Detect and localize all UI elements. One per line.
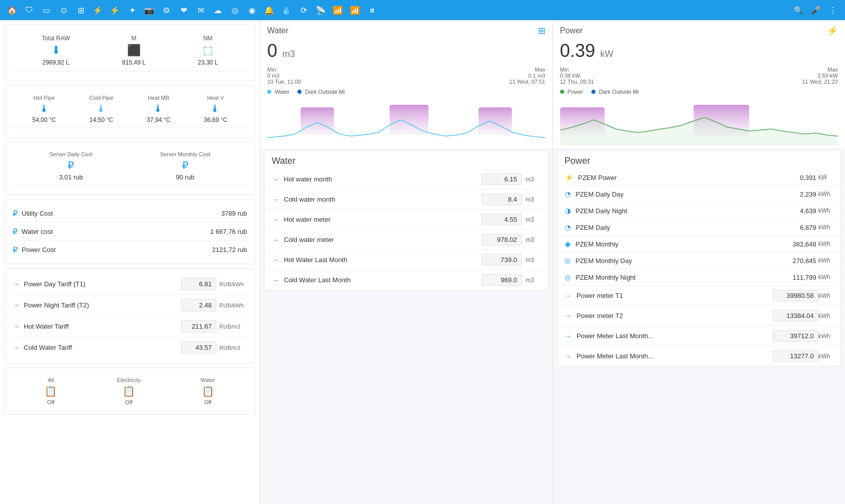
menu-icon[interactable]: ⋮ [826, 3, 840, 17]
camera-icon[interactable]: 📷 [142, 3, 156, 17]
mail-icon[interactable]: ✉ [194, 3, 208, 17]
pzem-monthly-eye-icon: ◉ [565, 240, 571, 248]
gear-icon[interactable]: ⚙ [159, 3, 173, 17]
power-cost-row: ₽ Power Cost 2121,72 rub [11, 241, 249, 259]
water-min-label: Min [267, 67, 276, 73]
water-max-value: 0.1 m3 [528, 73, 546, 79]
power-chart-legend: Power Dark Outside Mi [553, 88, 846, 98]
hot-pipe-value: 54,00 °C [32, 116, 56, 123]
shield-icon[interactable]: 🛡 [22, 3, 36, 17]
power-panel-title: Power [560, 26, 583, 35]
power-chart-area: Power ⚡ 0.39 kW Min 0.38 kW 12 Thu, 09:3… [553, 20, 846, 148]
utility-cost-label: Utility Cost [22, 210, 221, 217]
power-night-tariff-unit: RUB/kWh [219, 302, 247, 308]
cold-water-meter-arrow-icon: → [272, 236, 279, 244]
home-icon[interactable]: 🏠 [5, 3, 19, 17]
hot-water-arrow-icon: → [13, 323, 20, 331]
pzem-daily-day-unit: kWh [818, 191, 833, 198]
water-legend-dark: Dark Outside Mi [297, 89, 345, 95]
signal-icon[interactable]: 📶 [331, 3, 345, 17]
water-max-time: 11 Wed, 07:51 [509, 79, 545, 85]
grid-icon[interactable]: ⊞ [74, 3, 88, 17]
heat-mb-value: 37,94 °C [147, 116, 170, 123]
water-cost-value: 1 667,76 rub [210, 228, 247, 235]
power-meter-last-2-unit: kWh [818, 353, 833, 360]
map-icon[interactable]: ✦ [125, 3, 139, 17]
power-metrics-section: Power ⚡ PZEM Power 0,391 kW ◔ PZEM Daily… [557, 150, 841, 366]
cold-water-last-month-unit: m3 [526, 277, 541, 284]
cloud-icon[interactable]: ☁ [211, 3, 225, 17]
power-day-tariff-row: → Power Day Tariff (T1) 6.81 RUB/kWh [11, 274, 249, 295]
power-dot-icon [560, 90, 564, 94]
bolt-icon[interactable]: ⚡ [108, 3, 122, 17]
power-meter-t2-value: 13384.04 [773, 310, 818, 322]
water-switch-item: Water 📋 Off [201, 377, 215, 405]
server-monthly-label: Server Monthly Cost [160, 151, 210, 157]
power-meter-last-1-label: Power Meter Last Month... [577, 332, 773, 340]
hot-water-tariff-unit: RUB/m3 [219, 324, 247, 330]
water-switch-icon[interactable]: 📋 [201, 385, 215, 397]
power-day-tariff-label: Power Day Tariff (T1) [24, 280, 181, 288]
window-icon[interactable]: ▭ [39, 3, 53, 17]
hot-water-month-arrow-icon: → [272, 175, 279, 183]
hot-water-month-label: Hot water month [284, 175, 481, 183]
all-switch-icon[interactable]: 📋 [44, 385, 57, 397]
radio-icon[interactable]: ◎ [228, 3, 242, 17]
total-raw-label: Total RAW [42, 35, 70, 42]
electricity-switch-label: Electricity [117, 377, 141, 383]
power-meter-t1-arrow-icon: → [565, 292, 572, 300]
circle-icon[interactable]: ⊙ [56, 3, 71, 17]
m-icon: ⬛ [122, 44, 146, 57]
water-chart-area: Water ⊞ 0 m3 Min 0 m3 10 Tue, 11:00 Max … [260, 20, 553, 148]
water-chart [267, 100, 546, 145]
water-max-block: Max 0.1 m3 11 Wed, 07:51 [509, 67, 545, 85]
hot-water-last-month-arrow-icon: → [272, 256, 279, 264]
wifi-icon[interactable]: ◉ [245, 3, 259, 17]
cold-water-tariff-value: 43.57 [181, 341, 216, 354]
alpha-icon[interactable]: α [365, 3, 379, 17]
pzem-daily-value: 6,879 [800, 224, 816, 231]
server-daily-cost-item: Server Daily Cost ₽ 3,01 rub [49, 151, 93, 181]
mic-icon[interactable]: 🎤 [809, 3, 823, 17]
signal2-icon[interactable]: 📶 [348, 3, 362, 17]
heart-icon[interactable]: ❤ [176, 3, 191, 17]
drop-icon[interactable]: 💧 [279, 3, 293, 17]
hot-water-meter-unit: m3 [526, 216, 541, 223]
refresh-icon[interactable]: ⟳ [296, 3, 311, 17]
cold-water-tariff-unit: RUB/m3 [219, 345, 247, 351]
bell-icon[interactable]: 🔔 [262, 3, 276, 17]
pzem-monthly-night-icon: ◎ [565, 273, 571, 281]
pzem-power-bolt-icon: ⚡ [565, 173, 573, 181]
water-panel-grid-icon[interactable]: ⊞ [538, 25, 546, 36]
filter-icon[interactable]: ⚡ [91, 3, 105, 17]
hot-water-meter-value: 4.55 [481, 214, 522, 225]
power-night-tariff-value: 2.48 [181, 299, 216, 311]
dark-outside-dot-icon [297, 90, 301, 94]
total-raw-item: Total RAW ⬇ 2969,92 L [42, 35, 70, 66]
raw-section: Total RAW ⬇ 2969,92 L M ⬛ 815,49 L NM ⬚ … [4, 24, 256, 81]
power-meter-last-1-unit: kWh [818, 333, 833, 340]
pzem-monthly-day-value: 270,845 [793, 257, 816, 265]
search-icon[interactable]: 🔍 [792, 3, 806, 17]
power-unit: kW [600, 49, 614, 59]
water-min-block: Min 0 m3 10 Tue, 11:00 [267, 67, 301, 85]
pzem-power-value: 0,391 [800, 174, 816, 181]
power-bolt-icon[interactable]: ⚡ [827, 25, 838, 36]
cold-water-tariff-label: Cold Water Tariff [24, 344, 181, 351]
antenna-icon[interactable]: 📡 [314, 3, 328, 17]
heat-mb-item: Heat MB 🌡 37,94 °C [147, 95, 170, 123]
electricity-switch-icon[interactable]: 📋 [117, 385, 141, 397]
water-panel-header: Water ⊞ [260, 20, 553, 38]
power-panel: Power ⚡ 0.39 kW Min 0.38 kW 12 Thu, 09:3… [553, 20, 846, 504]
power-meter-t1-unit: kWh [818, 292, 833, 299]
water-dot-icon [267, 90, 271, 94]
hot-water-tariff-label: Hot Water Tariff [24, 323, 181, 330]
hot-pipe-item: Hot Pipe 🌡 54,00 °C [32, 95, 56, 123]
pzem-daily-night-row: ◑ PZEM Daily Night 4,639 kWh [558, 203, 841, 219]
pzem-daily-clock-icon: ◔ [565, 223, 571, 231]
power-meter-t2-arrow-icon: → [565, 312, 572, 320]
pzem-monthly-value: 382,648 [793, 240, 816, 248]
electricity-switch-item: Electricity 📋 Off [117, 377, 141, 405]
pzem-daily-night-label: PZEM Daily Night [576, 207, 800, 215]
hot-water-tariff-value: 211.67 [181, 320, 216, 333]
